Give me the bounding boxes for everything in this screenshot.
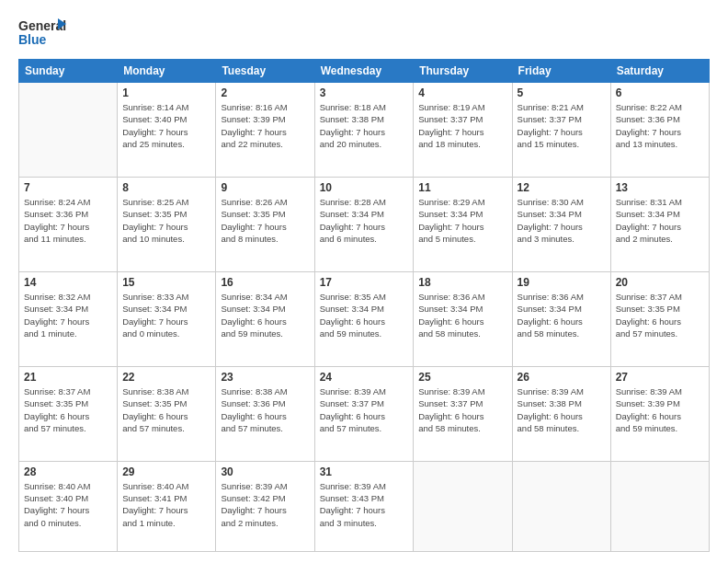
calendar-cell: 13Sunrise: 8:31 AMSunset: 3:34 PMDayligh…: [610, 177, 709, 271]
cell-info: Sunrise: 8:35 AMSunset: 3:34 PMDaylight:…: [320, 291, 409, 339]
calendar-cell: 7Sunrise: 8:24 AMSunset: 3:36 PMDaylight…: [19, 177, 118, 271]
calendar-cell: 24Sunrise: 8:39 AMSunset: 3:37 PMDayligh…: [314, 366, 414, 461]
calendar-table: SundayMondayTuesdayWednesdayThursdayFrid…: [18, 59, 710, 552]
cell-info: Sunrise: 8:26 AMSunset: 3:35 PMDaylight:…: [221, 196, 309, 245]
cell-info: Sunrise: 8:40 AMSunset: 3:40 PMDaylight:…: [24, 480, 112, 529]
calendar-cell: 11Sunrise: 8:29 AMSunset: 3:34 PMDayligh…: [414, 177, 512, 271]
cell-info: Sunrise: 8:38 AMSunset: 3:35 PMDaylight:…: [122, 385, 210, 434]
cell-info: Sunrise: 8:30 AMSunset: 3:34 PMDaylight:…: [518, 196, 606, 245]
calendar-cell: 9Sunrise: 8:26 AMSunset: 3:35 PMDaylight…: [216, 177, 314, 271]
day-number: 24: [320, 371, 409, 384]
cell-info: Sunrise: 8:38 AMSunset: 3:36 PMDaylight:…: [221, 385, 309, 434]
week-row-1: 1Sunrise: 8:14 AMSunset: 3:40 PMDaylight…: [19, 83, 710, 178]
calendar-cell: 6Sunrise: 8:22 AMSunset: 3:36 PMDaylight…: [610, 83, 709, 178]
calendar-cell: 17Sunrise: 8:35 AMSunset: 3:34 PMDayligh…: [314, 271, 414, 366]
day-number: 28: [24, 465, 112, 478]
calendar-cell: 3Sunrise: 8:18 AMSunset: 3:38 PMDaylight…: [314, 83, 414, 178]
day-number: 29: [122, 465, 210, 478]
calendar-cell: 8Sunrise: 8:25 AMSunset: 3:35 PMDaylight…: [118, 177, 216, 271]
cell-info: Sunrise: 8:25 AMSunset: 3:35 PMDaylight:…: [122, 196, 210, 245]
cell-info: Sunrise: 8:22 AMSunset: 3:36 PMDaylight:…: [616, 101, 704, 150]
calendar-cell: 26Sunrise: 8:39 AMSunset: 3:38 PMDayligh…: [512, 366, 610, 461]
calendar-cell: 31Sunrise: 8:39 AMSunset: 3:43 PMDayligh…: [314, 461, 414, 551]
calendar-cell: 10Sunrise: 8:28 AMSunset: 3:34 PMDayligh…: [314, 177, 414, 271]
week-row-2: 7Sunrise: 8:24 AMSunset: 3:36 PMDaylight…: [19, 177, 710, 271]
calendar-cell: [512, 461, 610, 551]
calendar-cell: 27Sunrise: 8:39 AMSunset: 3:39 PMDayligh…: [610, 366, 709, 461]
day-number: 16: [221, 276, 309, 289]
cell-info: Sunrise: 8:18 AMSunset: 3:38 PMDaylight:…: [320, 101, 409, 150]
calendar-cell: 12Sunrise: 8:30 AMSunset: 3:34 PMDayligh…: [512, 177, 610, 271]
day-number: 13: [616, 181, 704, 194]
cell-info: Sunrise: 8:36 AMSunset: 3:34 PMDaylight:…: [518, 291, 606, 339]
day-number: 22: [122, 371, 210, 384]
calendar-body: 1Sunrise: 8:14 AMSunset: 3:40 PMDaylight…: [19, 83, 710, 552]
cell-info: Sunrise: 8:39 AMSunset: 3:43 PMDaylight:…: [320, 480, 409, 529]
column-header-sunday: Sunday: [19, 60, 118, 83]
calendar-cell: [19, 83, 118, 178]
column-header-thursday: Thursday: [414, 60, 512, 83]
column-header-wednesday: Wednesday: [314, 60, 414, 83]
day-number: 25: [418, 371, 506, 384]
cell-info: Sunrise: 8:39 AMSunset: 3:37 PMDaylight:…: [320, 385, 409, 434]
day-number: 18: [418, 276, 506, 289]
cell-info: Sunrise: 8:29 AMSunset: 3:34 PMDaylight:…: [418, 196, 506, 245]
cell-info: Sunrise: 8:32 AMSunset: 3:34 PMDaylight:…: [24, 291, 112, 339]
calendar-cell: 15Sunrise: 8:33 AMSunset: 3:34 PMDayligh…: [118, 271, 216, 366]
calendar-cell: [414, 461, 512, 551]
cell-info: Sunrise: 8:28 AMSunset: 3:34 PMDaylight:…: [320, 196, 409, 245]
day-number: 6: [616, 86, 704, 99]
cell-info: Sunrise: 8:40 AMSunset: 3:41 PMDaylight:…: [122, 480, 210, 529]
day-number: 26: [518, 371, 606, 384]
day-number: 15: [122, 276, 210, 289]
cell-info: Sunrise: 8:21 AMSunset: 3:37 PMDaylight:…: [518, 101, 606, 150]
logo-svg: GeneralBlue: [18, 17, 66, 50]
calendar-cell: 5Sunrise: 8:21 AMSunset: 3:37 PMDaylight…: [512, 83, 610, 178]
day-number: 4: [418, 86, 506, 99]
cell-info: Sunrise: 8:33 AMSunset: 3:34 PMDaylight:…: [122, 291, 210, 339]
week-row-5: 28Sunrise: 8:40 AMSunset: 3:40 PMDayligh…: [19, 461, 710, 551]
calendar-cell: 21Sunrise: 8:37 AMSunset: 3:35 PMDayligh…: [19, 366, 118, 461]
cell-info: Sunrise: 8:19 AMSunset: 3:37 PMDaylight:…: [418, 101, 506, 150]
cell-info: Sunrise: 8:34 AMSunset: 3:34 PMDaylight:…: [221, 291, 309, 339]
calendar-cell: 22Sunrise: 8:38 AMSunset: 3:35 PMDayligh…: [118, 366, 216, 461]
cell-info: Sunrise: 8:24 AMSunset: 3:36 PMDaylight:…: [24, 196, 112, 245]
calendar-cell: 16Sunrise: 8:34 AMSunset: 3:34 PMDayligh…: [216, 271, 314, 366]
calendar-cell: [610, 461, 709, 551]
week-row-3: 14Sunrise: 8:32 AMSunset: 3:34 PMDayligh…: [19, 271, 710, 366]
cell-info: Sunrise: 8:31 AMSunset: 3:34 PMDaylight:…: [616, 196, 704, 245]
day-number: 19: [518, 276, 606, 289]
column-header-friday: Friday: [512, 60, 610, 83]
cell-info: Sunrise: 8:39 AMSunset: 3:42 PMDaylight:…: [221, 480, 309, 529]
calendar-cell: 14Sunrise: 8:32 AMSunset: 3:34 PMDayligh…: [19, 271, 118, 366]
cell-info: Sunrise: 8:37 AMSunset: 3:35 PMDaylight:…: [24, 385, 112, 434]
day-number: 14: [24, 276, 112, 289]
day-number: 31: [320, 465, 409, 478]
day-number: 21: [24, 371, 112, 384]
day-number: 7: [24, 181, 112, 194]
calendar-cell: 30Sunrise: 8:39 AMSunset: 3:42 PMDayligh…: [216, 461, 314, 551]
day-number: 12: [518, 181, 606, 194]
day-number: 1: [122, 86, 210, 99]
week-row-4: 21Sunrise: 8:37 AMSunset: 3:35 PMDayligh…: [19, 366, 710, 461]
calendar-cell: 18Sunrise: 8:36 AMSunset: 3:34 PMDayligh…: [414, 271, 512, 366]
cell-info: Sunrise: 8:16 AMSunset: 3:39 PMDaylight:…: [221, 101, 309, 150]
calendar-cell: 20Sunrise: 8:37 AMSunset: 3:35 PMDayligh…: [610, 271, 709, 366]
calendar-header: SundayMondayTuesdayWednesdayThursdayFrid…: [19, 60, 710, 83]
day-number: 5: [518, 86, 606, 99]
cell-info: Sunrise: 8:37 AMSunset: 3:35 PMDaylight:…: [616, 291, 704, 339]
cell-info: Sunrise: 8:39 AMSunset: 3:39 PMDaylight:…: [616, 385, 704, 434]
day-number: 20: [616, 276, 704, 289]
day-number: 30: [221, 465, 309, 478]
calendar-page: GeneralBlue SundayMondayTuesdayWednesday…: [0, 0, 728, 563]
svg-text:Blue: Blue: [18, 32, 47, 47]
day-number: 27: [616, 371, 704, 384]
logo: GeneralBlue: [18, 17, 66, 50]
day-number: 3: [320, 86, 409, 99]
calendar-cell: 25Sunrise: 8:39 AMSunset: 3:37 PMDayligh…: [414, 366, 512, 461]
column-header-monday: Monday: [118, 60, 216, 83]
day-number: 11: [418, 181, 506, 194]
calendar-cell: 2Sunrise: 8:16 AMSunset: 3:39 PMDaylight…: [216, 83, 314, 178]
cell-info: Sunrise: 8:39 AMSunset: 3:38 PMDaylight:…: [518, 385, 606, 434]
day-number: 23: [221, 371, 309, 384]
